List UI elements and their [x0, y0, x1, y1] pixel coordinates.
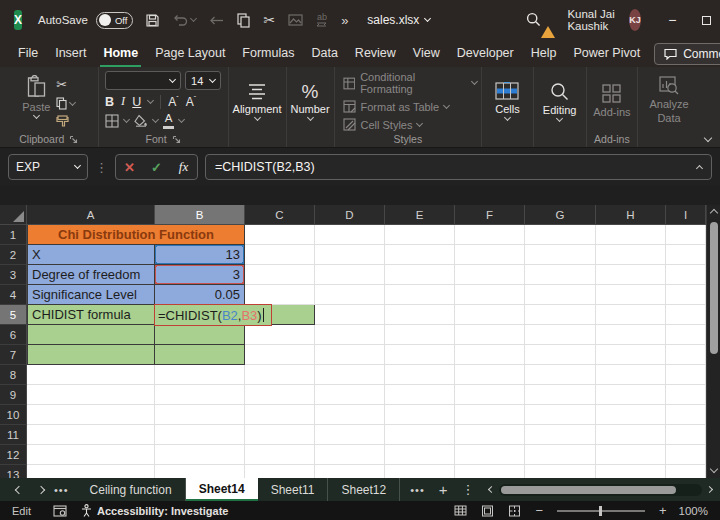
- cell-D12[interactable]: [315, 445, 385, 465]
- sheet-list-dots-right[interactable]: •••: [410, 484, 425, 496]
- cell-G2[interactable]: [525, 245, 596, 265]
- cell-E9[interactable]: [385, 385, 455, 405]
- cell-B4[interactable]: 0.05: [155, 285, 245, 305]
- cell-A11[interactable]: [27, 425, 155, 445]
- column-header-A[interactable]: A: [27, 205, 155, 225]
- column-header-C[interactable]: C: [245, 205, 315, 225]
- cell-E1[interactable]: [385, 225, 455, 245]
- cell-D3[interactable]: [315, 265, 385, 285]
- cell-F7[interactable]: [455, 345, 525, 365]
- cell-D10[interactable]: [315, 405, 385, 425]
- column-header-F[interactable]: F: [455, 205, 525, 225]
- cell-C6[interactable]: [245, 325, 315, 345]
- zoom-slider[interactable]: [557, 510, 645, 512]
- cell-I2[interactable]: [666, 245, 706, 265]
- cell-E3[interactable]: [385, 265, 455, 285]
- column-header-I[interactable]: I: [666, 205, 706, 225]
- cell-C8[interactable]: [245, 365, 315, 385]
- cell-I4[interactable]: [666, 285, 706, 305]
- cell-H1[interactable]: [596, 225, 666, 245]
- cell-A3[interactable]: Degree of freedom: [27, 265, 155, 285]
- italic-button[interactable]: I: [121, 94, 125, 109]
- cell-A13[interactable]: [27, 465, 155, 478]
- cell-D4[interactable]: [315, 285, 385, 305]
- scroll-right-icon[interactable]: [706, 486, 713, 493]
- enter-formula-button[interactable]: ✓: [143, 155, 170, 179]
- cell-B6[interactable]: [155, 325, 245, 345]
- undo-icon[interactable]: [173, 14, 196, 27]
- column-header-H[interactable]: H: [596, 205, 666, 225]
- cell-D6[interactable]: [315, 325, 385, 345]
- cell-B7[interactable]: [155, 345, 245, 365]
- comments-button[interactable]: Comments: [654, 43, 720, 65]
- cell-F5[interactable]: [455, 305, 525, 325]
- cell-A2[interactable]: X: [27, 245, 155, 265]
- cell-H5[interactable]: [596, 305, 666, 325]
- cell-G4[interactable]: [525, 285, 596, 305]
- zoom-slider-thumb[interactable]: [599, 506, 602, 516]
- scroll-down-icon[interactable]: [709, 465, 717, 473]
- cut-button[interactable]: ✂: [56, 77, 67, 92]
- cell-H6[interactable]: [596, 325, 666, 345]
- cell-E12[interactable]: [385, 445, 455, 465]
- normal-view-icon[interactable]: [454, 505, 467, 516]
- tab-power-pivot[interactable]: Power Pivot: [570, 40, 643, 67]
- sheet-tab-sheet11[interactable]: Sheet11: [258, 478, 329, 501]
- cell-B13[interactable]: [155, 465, 245, 478]
- cell-A4[interactable]: Significance Level: [27, 285, 155, 305]
- cell-A12[interactable]: [27, 445, 155, 465]
- excel-app-icon[interactable]: X: [14, 10, 22, 30]
- cell-G12[interactable]: [525, 445, 596, 465]
- cell-I11[interactable]: [666, 425, 706, 445]
- avatar[interactable]: KJ: [629, 9, 641, 31]
- paste-button[interactable]: Paste: [22, 75, 50, 118]
- cell-G8[interactable]: [525, 365, 596, 385]
- cell-styles-button[interactable]: Cell Styles: [343, 118, 423, 131]
- scroll-up-icon[interactable]: [709, 209, 717, 217]
- cell-B2[interactable]: 13: [155, 245, 245, 265]
- cell-C4[interactable]: [245, 285, 315, 305]
- cell-H2[interactable]: [596, 245, 666, 265]
- cell-H4[interactable]: [596, 285, 666, 305]
- tab-formulas[interactable]: Formulas: [239, 40, 297, 67]
- cell-E8[interactable]: [385, 365, 455, 385]
- cell-D2[interactable]: [315, 245, 385, 265]
- cell-D1[interactable]: [315, 225, 385, 245]
- cell-G5[interactable]: [525, 305, 596, 325]
- cell-A10[interactable]: [27, 405, 155, 425]
- fill-color-menu[interactable]: [152, 116, 159, 123]
- font-dialog-launcher[interactable]: [172, 135, 181, 144]
- cell-I8[interactable]: [666, 365, 706, 385]
- cell-B11[interactable]: [155, 425, 245, 445]
- formula-bar-input[interactable]: =CHIDIST(B2,B3): [205, 154, 712, 180]
- cell-I10[interactable]: [666, 405, 706, 425]
- editing-button[interactable]: Editing: [543, 82, 577, 121]
- horizontal-scrollbar[interactable]: [489, 484, 720, 496]
- row-header-2[interactable]: 2: [0, 245, 27, 265]
- cell-G13[interactable]: [525, 465, 596, 478]
- row-header-12[interactable]: 12: [0, 445, 27, 465]
- font-size-select[interactable]: 14: [185, 71, 221, 90]
- save-icon[interactable]: [145, 13, 160, 28]
- zoom-level[interactable]: 100%: [679, 505, 708, 517]
- cell-H7[interactable]: [596, 345, 666, 365]
- cell-D9[interactable]: [315, 385, 385, 405]
- vertical-scrollbar[interactable]: [706, 205, 720, 478]
- cancel-formula-button[interactable]: ✕: [116, 155, 143, 179]
- cell-A9[interactable]: [27, 385, 155, 405]
- tab-page-layout[interactable]: Page Layout: [152, 40, 228, 67]
- cell-B9[interactable]: [155, 385, 245, 405]
- cell-H3[interactable]: [596, 265, 666, 285]
- cell-F13[interactable]: [455, 465, 525, 478]
- tab-developer[interactable]: Developer: [454, 40, 517, 67]
- tab-review[interactable]: Review: [352, 40, 399, 67]
- font-color-menu[interactable]: [178, 116, 185, 123]
- cell-F3[interactable]: [455, 265, 525, 285]
- sheet-tab-ceiling-function[interactable]: Ceiling function: [77, 478, 186, 501]
- cells-button[interactable]: Cells: [495, 82, 519, 120]
- collapse-ribbon-button[interactable]: [700, 67, 720, 147]
- account-name[interactable]: Kunal Jai Kaushik: [567, 8, 619, 32]
- row-header-7[interactable]: 7: [0, 345, 27, 365]
- cell-D11[interactable]: [315, 425, 385, 445]
- cell-C12[interactable]: [245, 445, 315, 465]
